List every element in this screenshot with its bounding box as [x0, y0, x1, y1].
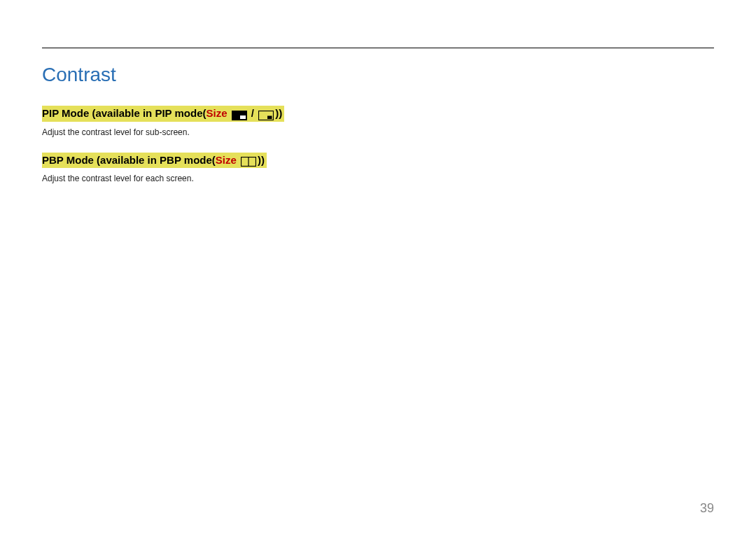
svg-rect-1 [240, 115, 246, 119]
pip-size-large-icon [232, 108, 247, 120]
pip-size-word: Size [206, 107, 227, 119]
svg-rect-3 [267, 115, 272, 119]
pbp-size-word: Size [216, 154, 237, 166]
pip-size-small-icon [258, 108, 274, 120]
pbp-mode-subheading: PBP Mode (available in PBP mode(Size )) [42, 153, 267, 169]
pbp-split-icon [241, 155, 256, 167]
pip-separator: / [248, 107, 258, 119]
pip-prefix: PIP Mode (available in PIP mode( [42, 107, 206, 119]
section-pbp: PBP Mode (available in PBP mode(Size )) … [42, 153, 714, 184]
pbp-prefix: PBP Mode (available in PBP mode( [42, 154, 216, 166]
header-rule [42, 48, 714, 48]
pbp-body-text: Adjust the contrast level for each scree… [42, 174, 714, 183]
pip-suffix: )) [275, 107, 282, 119]
page-title: Contrast [42, 64, 714, 86]
pip-mode-subheading: PIP Mode (available in PIP mode(Size / )… [42, 106, 284, 122]
page-number: 39 [700, 501, 714, 516]
pip-body-text: Adjust the contrast level for sub-screen… [42, 127, 714, 137]
pbp-suffix: )) [258, 154, 265, 166]
section-pip: PIP Mode (available in PIP mode(Size / )… [42, 106, 714, 137]
